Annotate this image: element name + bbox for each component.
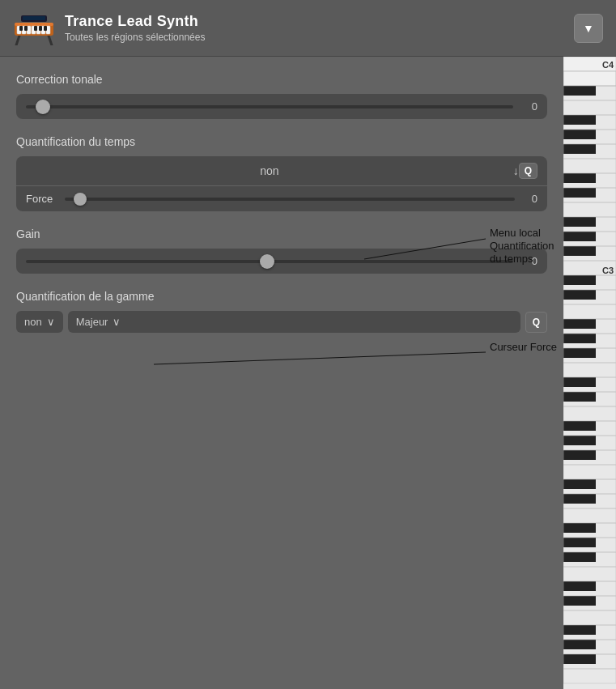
- svg-rect-86: [563, 625, 596, 635]
- svg-rect-14: [39, 26, 42, 31]
- svg-rect-23: [563, 86, 596, 96]
- correction-tonale-value: 0: [521, 100, 537, 113]
- quantification-temps-q-button[interactable]: Q: [519, 163, 537, 179]
- svg-rect-28: [563, 130, 596, 139]
- force-slider-track[interactable]: [65, 198, 515, 201]
- quantification-temps-value: non: [26, 164, 513, 177]
- correction-tonale-thumb[interactable]: [36, 100, 50, 114]
- quantification-arrow-icon: ↓: [513, 164, 519, 177]
- svg-line-1: [49, 36, 52, 45]
- quantification-temps-section: Quantification du temps non ↓ Q Force 0: [16, 135, 547, 211]
- header-subtitle: Toutes les régions sélectionnées: [65, 32, 205, 43]
- svg-rect-74: [563, 523, 596, 533]
- svg-rect-15: [44, 26, 47, 31]
- svg-text:C3: C3: [602, 266, 614, 275]
- quantification-gamme-section: Quantification de la gamme non ∨ Majeur …: [16, 290, 547, 333]
- app-window: Trance Lead Synth Toutes les régions sél…: [0, 0, 616, 689]
- svg-rect-81: [563, 581, 596, 591]
- gamme-q-button[interactable]: Q: [525, 312, 547, 333]
- svg-rect-62: [563, 421, 596, 431]
- svg-rect-33: [563, 173, 596, 183]
- svg-rect-35: [563, 188, 596, 198]
- correction-tonale-section: Correction tonale 0: [16, 73, 547, 119]
- svg-rect-69: [563, 479, 596, 489]
- gain-slider-container: 0: [16, 249, 547, 274]
- gamme-dropdown-2[interactable]: Majeur ∨: [68, 311, 520, 333]
- svg-rect-54: [563, 348, 596, 358]
- svg-rect-90: [563, 654, 596, 664]
- svg-rect-13: [34, 26, 37, 31]
- gamme-dropdown-1-value: non: [24, 316, 42, 328]
- gain-slider-track[interactable]: [26, 260, 513, 263]
- header: Trance Lead Synth Toutes les régions sél…: [0, 0, 616, 57]
- svg-rect-30: [563, 144, 596, 154]
- piano-keyboard: /* handled below */: [563, 57, 616, 689]
- instrument-icon: [13, 11, 55, 45]
- svg-rect-59: [563, 392, 596, 402]
- svg-rect-78: [563, 552, 596, 562]
- svg-rect-21: [563, 71, 616, 86]
- gamme-dropdown-2-arrow-icon: ∨: [113, 316, 121, 328]
- svg-rect-83: [563, 596, 596, 606]
- svg-rect-71: [563, 494, 596, 504]
- svg-rect-47: [563, 290, 596, 300]
- svg-line-0: [16, 36, 19, 45]
- left-panel: Correction tonale 0 Quantification du te…: [0, 57, 563, 689]
- force-row: Force 0: [16, 186, 547, 211]
- header-left: Trance Lead Synth Toutes les régions sél…: [13, 11, 205, 45]
- gamme-dropdown-1-arrow-icon: ∨: [47, 316, 55, 328]
- correction-tonale-label: Correction tonale: [16, 73, 547, 86]
- svg-rect-11: [19, 26, 23, 31]
- gain-thumb[interactable]: [260, 254, 274, 269]
- svg-rect-64: [563, 436, 596, 445]
- header-text: Trance Lead Synth Toutes les régions sél…: [65, 13, 205, 43]
- quantification-temps-row: non ↓ Q: [16, 156, 547, 185]
- svg-rect-50: [563, 319, 596, 329]
- correction-tonale-slider-track[interactable]: [26, 105, 513, 108]
- header-title: Trance Lead Synth: [65, 13, 205, 30]
- quantification-gamme-row: non ∨ Majeur ∨ Q: [16, 311, 547, 333]
- svg-rect-40: [563, 232, 596, 241]
- svg-rect-52: [563, 334, 596, 343]
- svg-rect-42: [563, 246, 596, 256]
- force-slider-thumb[interactable]: [74, 193, 87, 206]
- correction-tonale-slider-container: 0: [16, 94, 547, 119]
- svg-rect-88: [563, 640, 596, 649]
- svg-rect-12: [24, 26, 28, 31]
- svg-rect-76: [563, 538, 596, 547]
- gain-value: 0: [521, 255, 537, 267]
- svg-rect-17: [23, 16, 45, 20]
- quantification-gamme-label: Quantification de la gamme: [16, 290, 547, 303]
- svg-rect-66: [563, 450, 596, 460]
- force-value: 0: [521, 193, 537, 205]
- content-area: Correction tonale 0 Quantification du te…: [0, 57, 616, 689]
- chevron-down-icon: ▼: [583, 22, 594, 35]
- svg-text:C4: C4: [602, 60, 614, 70]
- force-label: Force: [26, 193, 58, 205]
- svg-rect-57: [563, 377, 596, 387]
- quantification-temps-label: Quantification du temps: [16, 135, 547, 148]
- svg-rect-38: [563, 217, 596, 227]
- header-dropdown-button[interactable]: ▼: [574, 14, 603, 43]
- gamme-dropdown-2-value: Majeur: [76, 316, 108, 328]
- svg-rect-26: [563, 115, 596, 125]
- gain-section: Gain 0: [16, 228, 547, 274]
- svg-rect-3: [15, 23, 53, 26]
- svg-rect-45: [563, 275, 596, 285]
- gain-label: Gain: [16, 228, 547, 240]
- gamme-dropdown-1[interactable]: non ∨: [16, 311, 63, 333]
